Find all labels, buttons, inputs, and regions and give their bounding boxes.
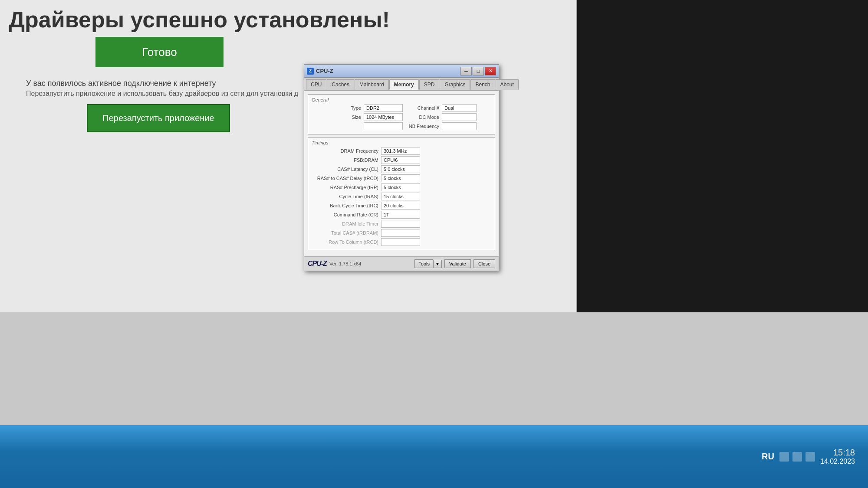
tab-memory[interactable]: Memory — [389, 79, 419, 90]
ready-button-label: Готово — [142, 46, 177, 59]
tab-mainboard[interactable]: Mainboard — [355, 79, 389, 90]
dc-mode-label: DC Mode — [403, 115, 442, 120]
size-row: Size 1024 MBytes DC Mode — [312, 113, 491, 121]
cas-label: CAS# Latency (CL) — [312, 167, 381, 172]
fsb-dram-row: FSB:DRAM CPU/6 — [312, 156, 491, 164]
cpuz-content: General Type DDR2 Channel # Dual Size 10… — [304, 91, 499, 256]
command-rate-label: Command Rate (CR) — [312, 212, 381, 217]
tools-button-group: Tools ▼ — [414, 259, 442, 268]
cpuz-titlebar: Z CPU-Z ─ □ ✕ — [304, 65, 499, 78]
dram-freq-value: 301.3 MHz — [381, 147, 420, 155]
tab-bench[interactable]: Bench — [470, 79, 495, 90]
fsb-dram-label: FSB:DRAM — [312, 157, 381, 163]
total-cas-value — [381, 229, 420, 237]
ready-button[interactable]: Готово — [95, 37, 224, 67]
timings-section: Timings DRAM Frequency 301.3 MHz FSB:DRA… — [308, 137, 495, 250]
close-window-button[interactable]: ✕ — [485, 67, 496, 75]
dc-mode-value — [442, 113, 477, 121]
timings-section-title: Timings — [312, 140, 491, 145]
taskbar: RU 15:18 14.02.2023 — [0, 425, 868, 488]
dram-idle-row: DRAM Idle Timer — [312, 220, 491, 228]
ras-cas-value: 5 clocks — [381, 174, 420, 182]
cpuz-brand: CPU-Z — [308, 260, 327, 268]
cycle-time-label: Cycle Time (tRAS) — [312, 194, 381, 199]
size-value: 1024 MBytes — [364, 113, 403, 121]
bank-cycle-label: Bank Cycle Time (tRC) — [312, 203, 381, 208]
cycle-time-row: Cycle Time (tRAS) 15 clocks — [312, 193, 491, 200]
command-rate-row: Command Rate (CR) 1T — [312, 211, 491, 219]
ras-cas-row: RAS# to CAS# Delay (tRCD) 5 clocks — [312, 174, 491, 182]
tab-spd[interactable]: SPD — [419, 79, 440, 90]
cpuz-title-text: CPU-Z — [316, 68, 333, 74]
taskbar-system-icons — [779, 452, 815, 462]
tab-caches[interactable]: Caches — [327, 79, 354, 90]
row-to-col-row: Row To Column (tRCD) — [312, 238, 491, 246]
restart-button[interactable]: Перезапустить приложение — [87, 104, 230, 132]
nb-freq-value2 — [442, 122, 477, 130]
cpuz-footer: CPU-Z Ver. 1.78.1.x64 Tools ▼ Validate C… — [304, 256, 499, 271]
bank-cycle-row: Bank Cycle Time (tRC) 20 clocks — [312, 202, 491, 210]
total-cas-label: Total CAS# (tRDRAM) — [312, 230, 381, 236]
bank-cycle-value: 20 clocks — [381, 202, 420, 210]
dram-idle-value — [381, 220, 420, 228]
tools-dropdown-button[interactable]: ▼ — [433, 260, 442, 268]
taskbar-clock: 15:18 14.02.2023 — [820, 448, 855, 465]
restart-button-label: Перезапустить приложение — [102, 113, 214, 123]
cycle-time-value: 15 clocks — [381, 193, 420, 200]
cpuz-app-icon: Z — [307, 68, 314, 75]
nb-freq-row: NB Frequency — [312, 122, 491, 130]
general-section-title: General — [312, 97, 491, 102]
dram-freq-label: DRAM Frequency — [312, 148, 381, 154]
row-to-col-label: Row To Column (tRCD) — [312, 239, 381, 245]
dram-idle-label: DRAM Idle Timer — [312, 221, 381, 226]
cpuz-tab-bar: CPU Caches Mainboard Memory SPD Graphics… — [304, 78, 499, 91]
tab-cpu[interactable]: CPU — [306, 79, 326, 90]
validate-button[interactable]: Validate — [444, 259, 471, 268]
cpuz-window: Z CPU-Z ─ □ ✕ CPU Caches Mainboard Memor… — [304, 64, 499, 271]
tab-graphics[interactable]: Graphics — [440, 79, 470, 90]
taskbar-time: 15:18 — [820, 448, 855, 458]
channel-label: Channel # — [403, 105, 442, 111]
type-label: Type — [312, 105, 364, 111]
close-button[interactable]: Close — [473, 259, 495, 268]
taskbar-date: 14.02.2023 — [820, 458, 855, 465]
ras-precharge-row: RAS# Precharge (tRP) 5 clocks — [312, 183, 491, 191]
taskbar-icon-2 — [792, 452, 802, 462]
size-label: Size — [312, 115, 364, 120]
taskbar-icon-volume — [806, 452, 815, 462]
taskbar-language: RU — [762, 452, 774, 462]
cas-value: 5.0 clocks — [381, 165, 420, 173]
maximize-button[interactable]: □ — [473, 67, 484, 75]
tools-button[interactable]: Tools — [414, 259, 433, 268]
taskbar-right-section: RU 15:18 14.02.2023 — [762, 448, 855, 465]
subtitle: У вас появилось активное подключение к и… — [26, 78, 298, 99]
subtitle-line2: Перезапустить приложение и использовать … — [26, 89, 298, 98]
dram-freq-row: DRAM Frequency 301.3 MHz — [312, 147, 491, 155]
fsb-dram-value: CPU/6 — [381, 156, 420, 164]
tab-about[interactable]: About — [496, 79, 519, 90]
taskbar-icon-1 — [779, 452, 789, 462]
type-row: Type DDR2 Channel # Dual — [312, 104, 491, 112]
nb-freq-label2: NB Frequency — [403, 124, 442, 129]
ras-cas-label: RAS# to CAS# Delay (tRCD) — [312, 176, 381, 181]
general-section: General Type DDR2 Channel # Dual Size 10… — [308, 94, 495, 134]
minimize-button[interactable]: ─ — [460, 67, 472, 75]
subtitle-line1: У вас появилось активное подключение к и… — [26, 78, 298, 89]
right-panel — [577, 0, 868, 312]
cas-row: CAS# Latency (CL) 5.0 clocks — [312, 165, 491, 173]
nb-freq-value — [364, 122, 403, 130]
total-cas-row: Total CAS# (tRDRAM) — [312, 229, 491, 237]
command-rate-value: 1T — [381, 211, 420, 219]
cpuz-version-text: Ver. 1.78.1.x64 — [329, 261, 412, 266]
ras-precharge-label: RAS# Precharge (tRP) — [312, 185, 381, 190]
cpuz-title: Z CPU-Z — [307, 68, 333, 75]
page-title: Драйверы успешно установлены! — [9, 7, 390, 33]
channel-value: Dual — [442, 104, 477, 112]
ras-precharge-value: 5 clocks — [381, 183, 420, 191]
window-controls: ─ □ ✕ — [460, 67, 496, 75]
row-to-col-value — [381, 238, 420, 246]
type-value: DDR2 — [364, 104, 403, 112]
